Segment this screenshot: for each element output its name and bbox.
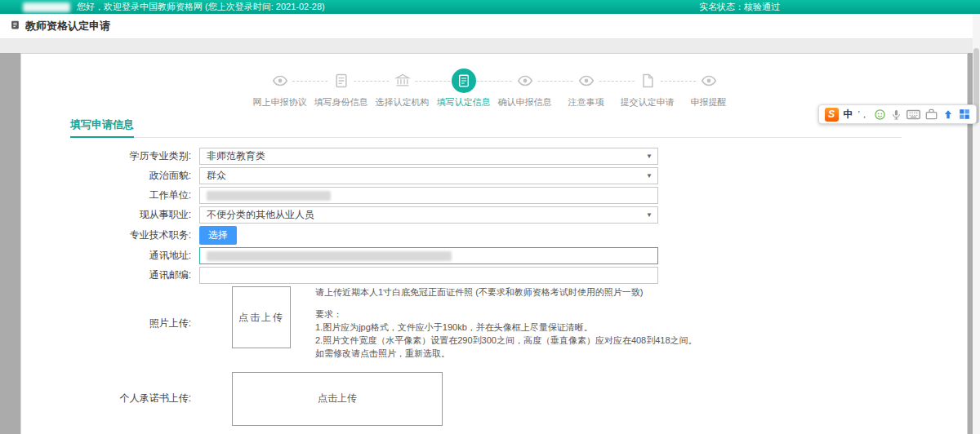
form-row: 通讯地址: — [44, 247, 967, 264]
step-select-agency[interactable]: 选择认定机构 — [372, 69, 433, 108]
chevron-down-icon: ▼ — [646, 172, 653, 179]
choose-title-button[interactable]: 选择 — [199, 226, 237, 245]
section-title: 填写申请信息 — [70, 117, 134, 138]
document-icon — [452, 69, 476, 93]
chevron-down-icon: ▼ — [646, 211, 653, 219]
form-row: 专业技术职务: 选择 — [44, 226, 967, 245]
emoji-icon[interactable] — [874, 108, 886, 121]
upload-arrow-icon[interactable] — [942, 108, 954, 121]
grid-panel-icon[interactable] — [959, 108, 970, 120]
degree-category-value: 非师范教育类 — [207, 149, 265, 163]
address-input[interactable] — [199, 247, 658, 264]
photo-instructions: 请上传近期本人1寸白底免冠正面证件照 (不要求和教师资格考试时使用的照片一致) … — [315, 286, 740, 361]
redacted-text — [207, 251, 452, 261]
step-reminder[interactable]: 申报提醒 — [678, 69, 739, 108]
page-title: 教师资格认定申请 — [25, 19, 110, 33]
occupation-select[interactable]: 不便分类的其他从业人员 ▼ — [199, 206, 658, 224]
commitment-upload-label: 个人承诺书上传: — [44, 392, 199, 405]
photo-requirement-1: 1.图片应为jpg格式，文件应小于190kb，并在头像框上尽量保证清晰。 — [315, 321, 740, 334]
eye-icon — [574, 69, 599, 93]
topbar: 您好，欢迎登录中国教师资格网 (您上次登录时间: 2021-02-28) 实名状… — [0, 0, 980, 14]
ime-toolbar: S 中 ’， — [818, 104, 977, 124]
eye-icon — [697, 69, 721, 93]
photo-requirement-3: 如需修改请点击照片，重新选取。 — [315, 348, 740, 361]
photo-upload-label: 照片上传: — [44, 317, 199, 330]
step-label: 申报提醒 — [678, 96, 739, 108]
bank-icon — [390, 69, 415, 93]
redacted-text — [207, 191, 331, 201]
step-confirm-info[interactable]: 确认申报信息 — [494, 69, 555, 108]
commitment-upload-box-text: 点击上传 — [318, 392, 357, 405]
ime-language-toggle[interactable]: 中 — [844, 108, 853, 122]
step-label: 填写认定信息 — [433, 96, 494, 108]
sogou-logo-icon[interactable]: S — [825, 108, 839, 122]
wizard-stepper: 网上申报协议 填写身份信息 选择认定机构 填写认定信息 — [249, 69, 739, 108]
edit-document-icon — [329, 69, 354, 93]
background-band — [0, 39, 980, 53]
political-status-value: 群众 — [207, 169, 226, 183]
microphone-icon[interactable] — [891, 108, 902, 121]
eye-icon — [268, 69, 292, 93]
chevron-down-icon: ▼ — [646, 153, 653, 160]
file-icon — [635, 69, 660, 93]
page-header: 教师资格认定申请 — [0, 14, 980, 39]
redacted-username — [23, 2, 70, 12]
occupation-value: 不便分类的其他从业人员 — [207, 208, 314, 222]
step-label: 提交认定申请 — [617, 96, 678, 108]
address-label: 通讯地址: — [44, 249, 199, 263]
political-status-label: 政治面貌: — [44, 169, 199, 183]
work-unit-label: 工作单位: — [44, 188, 199, 202]
commitment-upload-row: 个人承诺书上传: 点击上传 — [44, 372, 967, 426]
commitment-upload-box[interactable]: 点击上传 — [232, 372, 443, 426]
degree-category-select[interactable]: 非师范教育类 ▼ — [199, 148, 658, 165]
photo-requirements-title: 要求： — [315, 308, 740, 321]
step-application-info-current[interactable]: 填写认定信息 — [433, 69, 494, 108]
form-row: 学历专业类别: 非师范教育类 ▼ — [44, 148, 967, 165]
step-label: 填写身份信息 — [310, 96, 372, 108]
step-label: 注意事项 — [555, 96, 617, 108]
photo-upload-box-text: 点击上传 — [238, 311, 284, 325]
form-row: 政治面貌: 群众 ▼ — [44, 167, 967, 184]
toolbox-icon[interactable] — [925, 108, 938, 120]
occupation-label: 现从事职业: — [44, 208, 199, 222]
photo-upload-box[interactable]: 点击上传 — [232, 286, 291, 348]
work-unit-input[interactable] — [199, 187, 658, 204]
step-online-agreement[interactable]: 网上申报协议 — [249, 69, 310, 108]
welcome-text: 您好，欢迎登录中国教师资格网 (您上次登录时间: 2021-02-28) — [77, 1, 325, 13]
form-row: 现从事职业: 不便分类的其他从业人员 ▼ — [44, 206, 967, 224]
form-row: 工作单位: — [44, 187, 967, 204]
step-label: 选择认定机构 — [372, 96, 433, 108]
postcode-input[interactable] — [199, 267, 658, 284]
form-row: 通讯邮编: — [44, 267, 967, 284]
step-identity-info[interactable]: 填写身份信息 — [310, 69, 372, 108]
photo-requirement-2: 2.照片文件宽度（水平像素）设置在290到300之间，高度（垂直像素）应对应在4… — [315, 334, 740, 348]
realname-status: 实名状态：核验通过 — [699, 1, 780, 13]
keyboard-icon[interactable] — [906, 109, 920, 120]
professional-title-label: 专业技术职务: — [44, 228, 199, 242]
section-divider: 填写申请信息 — [70, 117, 902, 138]
step-label: 网上申报协议 — [249, 96, 310, 108]
scrollbar-track[interactable] — [973, 14, 980, 434]
postcode-label: 通讯邮编: — [44, 268, 199, 282]
political-status-select[interactable]: 群众 ▼ — [199, 167, 658, 184]
page-title-icon — [10, 19, 20, 33]
eye-icon — [513, 69, 537, 93]
step-submit-application[interactable]: 提交认定申请 — [617, 69, 678, 108]
degree-category-label: 学历专业类别: — [44, 149, 199, 163]
photo-upload-row: 照片上传: 点击上传 请上传近期本人1寸白底免冠正面证件照 (不要求和教师资格考… — [44, 286, 967, 361]
ime-punctuation-toggle[interactable]: ’， — [858, 108, 869, 121]
application-form: 学历专业类别: 非师范教育类 ▼ 政治面貌: 群众 ▼ 工作单位: — [21, 148, 967, 434]
step-label: 确认申报信息 — [494, 96, 555, 108]
step-notes[interactable]: 注意事项 — [555, 69, 617, 108]
photo-instruction-line: 请上传近期本人1寸白底免冠正面证件照 (不要求和教师资格考试时使用的照片一致) — [315, 286, 740, 299]
main-panel: 网上申报协议 填写身份信息 选择认定机构 填写认定信息 — [20, 53, 968, 434]
